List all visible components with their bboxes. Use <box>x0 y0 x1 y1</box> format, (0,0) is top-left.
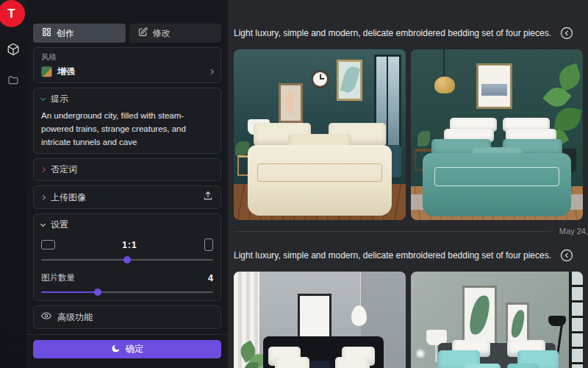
brand-logo-letter: T <box>7 7 15 21</box>
prompt-section: 提示 An underground city, filled with stea… <box>33 88 221 154</box>
duvet <box>423 153 570 216</box>
batch-caption-row: Light luxury, simple and modern, delicat… <box>234 26 588 40</box>
divider <box>26 334 228 335</box>
image-count-value: 4 <box>208 273 213 283</box>
portrait-ratio-icon[interactable] <box>204 238 213 251</box>
batch-caption: Light luxury, simple and modern, delicat… <box>234 28 551 38</box>
upload-image-section[interactable]: 上传图像 <box>33 185 221 209</box>
pendant-cord <box>443 49 445 78</box>
pillow <box>335 357 370 368</box>
moon-icon <box>111 344 121 355</box>
upload-icon <box>203 191 213 204</box>
lamp-stem <box>435 345 437 362</box>
pillow <box>309 361 330 368</box>
negative-label: 否定词 <box>51 163 77 176</box>
generated-image[interactable] <box>411 272 583 368</box>
reuse-prompt-icon[interactable] <box>560 26 573 40</box>
style-label: 风格 <box>41 52 213 63</box>
divider <box>234 231 551 232</box>
chevron-right-icon <box>40 195 46 200</box>
grid-icon <box>42 27 51 39</box>
generated-image[interactable] <box>411 49 583 220</box>
pillow <box>507 364 538 368</box>
picture-frame <box>298 294 332 340</box>
pillow <box>275 357 309 368</box>
aspect-ratio-slider[interactable] <box>41 256 213 263</box>
sidebar-item-models[interactable] <box>0 38 26 63</box>
prompt-input[interactable]: An underground city, filled with steam-p… <box>41 110 213 149</box>
negative-prompt-section[interactable]: 否定词 <box>33 158 221 181</box>
pillow <box>462 364 500 368</box>
advanced-features-toggle[interactable]: 高级功能 <box>33 305 221 329</box>
aspect-ratio-row: 1:1 <box>41 238 213 251</box>
pendant-cord <box>360 272 362 308</box>
picture-frame <box>462 286 497 347</box>
batch-caption-row: Light luxury, simple and modern, delicat… <box>234 249 588 262</box>
slider-thumb[interactable] <box>123 256 131 263</box>
batch-caption: Light luxury, simple and modern, delicat… <box>234 250 551 261</box>
floor-lamp-shade <box>548 316 565 326</box>
confirm-button-label: 确定 <box>126 343 144 355</box>
image-count-slider[interactable] <box>41 289 213 296</box>
image-grid <box>234 272 588 368</box>
bed <box>248 123 392 216</box>
reuse-prompt-icon[interactable] <box>560 249 573 262</box>
tab-modify-label: 修改 <box>153 27 171 40</box>
cube-icon <box>7 43 20 59</box>
chevron-down-icon <box>40 96 46 101</box>
pendant-lamp <box>351 305 367 326</box>
pendant-lamp <box>434 77 455 93</box>
flower-sprig <box>415 347 426 361</box>
results-area: Light luxury, simple and modern, delicat… <box>228 0 588 368</box>
tab-modify[interactable]: 修改 <box>129 24 222 43</box>
prompt-header[interactable]: 提示 <box>41 93 213 105</box>
style-thumbnail <box>41 66 52 77</box>
image-count-label: 图片数量 <box>41 272 75 283</box>
eye-icon <box>41 311 51 324</box>
picture-frame <box>279 83 303 122</box>
mode-tabs: 创作 修改 <box>33 24 221 43</box>
picture-frame <box>476 63 512 110</box>
settings-section: 设置 1:1 图片数量 4 <box>33 213 221 301</box>
style-value: 增强 <box>57 66 204 78</box>
aspect-ratio-value: 1:1 <box>122 240 137 250</box>
settings-header[interactable]: 设置 <box>41 219 213 231</box>
tab-create-label: 创作 <box>57 27 74 40</box>
image-grid <box>234 49 588 220</box>
prompt-label: 提示 <box>51 93 68 105</box>
folder-icon <box>7 74 19 89</box>
chevron-down-icon <box>40 222 46 227</box>
chevron-right-icon <box>40 167 46 172</box>
date-label: May 24, <box>559 227 588 236</box>
window <box>569 272 583 368</box>
style-selector[interactable]: 风格 增强 <box>33 47 221 83</box>
sidebar-item-files[interactable] <box>0 69 26 94</box>
bed <box>423 118 570 217</box>
duvet <box>248 145 392 216</box>
edit-icon <box>138 27 148 39</box>
advanced-features-label: 高级功能 <box>57 311 93 324</box>
wall-clock <box>311 70 329 88</box>
confirm-button[interactable]: 确定 <box>33 340 221 358</box>
generation-panel: 创作 修改 风格 增强 提示 An underground city, fill… <box>26 0 228 368</box>
tab-create[interactable]: 创作 <box>33 24 126 43</box>
generated-image[interactable] <box>234 272 406 368</box>
settings-label: 设置 <box>51 219 68 231</box>
generated-image[interactable] <box>234 49 406 220</box>
picture-frame <box>337 60 362 101</box>
date-separator: May 24, <box>234 226 588 236</box>
chevron-right-icon <box>209 69 214 74</box>
app-root: { "sidebar": { "logo_letter": "T", "item… <box>0 0 588 368</box>
upload-label: 上传图像 <box>51 191 86 204</box>
slider-thumb[interactable] <box>94 289 101 296</box>
landscape-ratio-icon[interactable] <box>41 240 55 250</box>
nav-rail: T <box>0 0 26 368</box>
